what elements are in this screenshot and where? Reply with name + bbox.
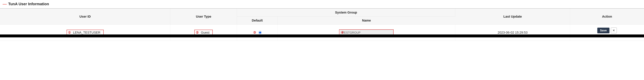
th-user-type: User Type xyxy=(170,8,237,25)
th-last-update: Last Update xyxy=(455,8,570,25)
cell-group-name: ④ TESTGROUP xyxy=(278,25,455,41)
default-radio[interactable] xyxy=(258,31,262,34)
user-id-value: LENA_TESTUSER xyxy=(73,31,100,35)
close-icon: ✕ xyxy=(612,29,615,32)
user-type-value: Guest xyxy=(201,31,210,35)
section-header: — TunA User Information xyxy=(0,0,644,8)
save-button[interactable]: Save xyxy=(597,28,610,33)
table-row: ① LENA_TESTUSER ② Guest ③ xyxy=(0,25,644,41)
th-action: Action xyxy=(570,8,644,25)
bottom-divider xyxy=(0,35,644,37)
cell-action: Save ✕ ⑤ ⑥ xyxy=(570,25,644,41)
last-update-value: 2023-06-02 15:29:53 xyxy=(498,31,528,34)
close-button[interactable]: ✕ xyxy=(611,28,617,33)
callout-1-icon: ① xyxy=(68,31,72,35)
th-default: Default xyxy=(237,17,278,25)
cell-user-type: ② Guest xyxy=(170,25,237,41)
section-title: TunA User Information xyxy=(8,2,49,6)
user-info-table: User ID User Type System Group Last Upda… xyxy=(0,8,644,41)
th-name: Name xyxy=(278,17,455,25)
th-system-group: System Group xyxy=(237,8,455,17)
callout-2-icon: ② xyxy=(195,31,199,35)
cell-user-id: ① LENA_TESTUSER xyxy=(0,25,170,41)
cell-last-update: 2023-06-02 15:29:53 xyxy=(455,25,570,41)
cell-default: ③ xyxy=(237,25,278,41)
th-user-id: User ID xyxy=(0,8,170,25)
callout-3-icon: ③ xyxy=(252,31,257,35)
callout-4-icon: ④ xyxy=(340,31,344,35)
collapse-icon[interactable]: — xyxy=(3,2,7,6)
